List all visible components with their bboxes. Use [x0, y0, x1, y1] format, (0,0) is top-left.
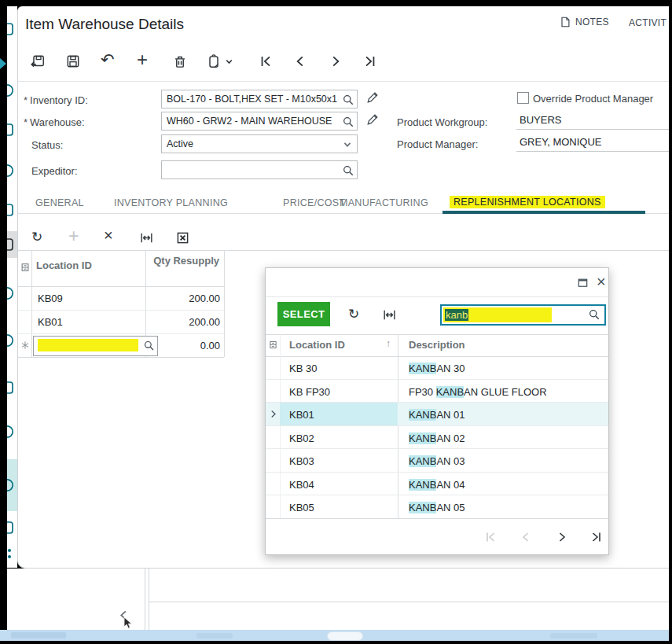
taskbar-item[interactable]: [327, 631, 363, 641]
cell-location-id: KB05: [289, 502, 314, 513]
grid-fit-width-button[interactable]: [139, 230, 154, 245]
sidebar-icon[interactable]: [7, 379, 17, 396]
dialog-refresh-button[interactable]: ↻: [348, 306, 359, 322]
expeditor-input[interactable]: [161, 160, 358, 179]
sidebar-flag-icon: [0, 58, 6, 69]
sidebar-icon[interactable]: [7, 423, 17, 440]
taskbar[interactable]: [0, 630, 672, 641]
lookup-row[interactable]: KB05 KANBAN 05: [266, 495, 608, 519]
edit-inventory-button[interactable]: [365, 90, 380, 105]
taskbar-item[interactable]: [550, 633, 597, 638]
taskbar-item[interactable]: [11, 632, 66, 638]
override-product-manager-checkbox[interactable]: [517, 92, 529, 104]
sidebar-icon[interactable]: [7, 477, 17, 494]
add-icon: +: [137, 49, 148, 70]
page-prev-button[interactable]: [519, 530, 533, 544]
sidebar-icon[interactable]: [7, 236, 17, 253]
edit-icon: [365, 90, 380, 105]
dialog-fit-width-button[interactable]: [382, 307, 397, 322]
refresh-icon: ↻: [31, 230, 42, 245]
copy-paste-button[interactable]: [206, 53, 233, 69]
maximize-button[interactable]: [576, 276, 589, 289]
last-record-button[interactable]: [362, 53, 378, 69]
lookup-row[interactable]: KB03 KANBAN 03: [266, 449, 608, 473]
edit-warehouse-button[interactable]: [365, 112, 380, 127]
page-next-button[interactable]: [555, 530, 569, 544]
sidebar-more-icon[interactable]: [8, 549, 11, 552]
grid-border: [18, 250, 669, 251]
first-record-button[interactable]: [258, 53, 274, 69]
prev-record-button[interactable]: [292, 53, 308, 69]
notes-button[interactable]: NOTES: [559, 16, 609, 28]
column-header-description[interactable]: Description: [409, 339, 465, 351]
undo-button[interactable]: ↶: [101, 50, 115, 70]
collapse-panel-button[interactable]: [117, 609, 130, 622]
dialog-search-input[interactable]: kanb: [440, 304, 606, 326]
lookup-row[interactable]: KB 30 KANBAN 30: [266, 356, 608, 380]
tab-replenishment-locations[interactable]: REPLENISHMENT LOCATIONS: [450, 196, 605, 208]
location-id-editor[interactable]: [33, 336, 158, 356]
column-header-location-id[interactable]: Location ID: [289, 339, 345, 351]
sidebar-icon[interactable]: [7, 20, 17, 38]
dialog-titlebar[interactable]: [266, 268, 608, 297]
table-row[interactable]: KB09 200.00: [18, 286, 224, 310]
sidebar-icon[interactable]: [7, 332, 17, 349]
frame-border: [0, 641, 672, 644]
lookup-row-selected[interactable]: KB01 KANBAN 01: [266, 403, 608, 426]
status-dropdown[interactable]: Active: [161, 134, 358, 153]
taskbar-item[interactable]: [196, 633, 233, 638]
lookup-row[interactable]: KB02 KANBAN 02: [266, 426, 608, 450]
save-close-button[interactable]: [30, 53, 46, 69]
sidebar-icon[interactable]: [7, 162, 17, 179]
grid-settings-button[interactable]: [268, 340, 278, 350]
lookup-row[interactable]: KB04 KANBAN 04: [266, 473, 608, 496]
select-button[interactable]: SELECT: [277, 302, 330, 326]
row-pointer-icon: [268, 409, 278, 419]
cell-description: KANBAN 02: [409, 432, 465, 444]
grid-border: [266, 518, 608, 519]
search-match-highlight: KANB: [409, 455, 436, 467]
tab-price-cost[interactable]: PRICE/COST: [283, 197, 345, 208]
notes-label: NOTES: [575, 17, 609, 28]
grid-add-row-button[interactable]: +: [68, 226, 79, 247]
grid-export-excel-button[interactable]: [175, 230, 190, 245]
search-match-highlight: KANB: [409, 362, 436, 374]
grid-new-row[interactable]: 0.00: [18, 333, 224, 357]
expeditor-label: Expeditor:: [31, 165, 78, 177]
next-record-button[interactable]: [328, 53, 343, 69]
search-icon[interactable]: [342, 116, 354, 128]
panel-divider: [149, 602, 669, 602]
sidebar-icon[interactable]: [7, 82, 17, 99]
inventory-id-input[interactable]: BOL-170 - BOLT,HEX SET - M10x50x1: [161, 90, 358, 109]
delete-record-button[interactable]: [172, 53, 188, 69]
tab-manufacturing[interactable]: MANUFACTURING: [340, 197, 428, 208]
page-first-button[interactable]: [483, 530, 498, 544]
page-last-button[interactable]: [589, 530, 604, 544]
product-manager-label: Product Manager:: [397, 138, 478, 150]
annotation-highlight: [38, 339, 138, 351]
chevron-down-icon: [225, 57, 233, 66]
grid-delete-row-button[interactable]: ×: [104, 226, 113, 245]
sidebar-icon[interactable]: [7, 285, 17, 302]
column-header-qty-resupply[interactable]: Qty Resupply: [145, 254, 219, 267]
add-record-button[interactable]: +: [137, 49, 148, 71]
table-row[interactable]: KB01 200.00: [18, 310, 224, 333]
warehouse-input[interactable]: WH60 - GRW2 - MAIN WAREHOUSE: [161, 112, 358, 131]
lookup-row[interactable]: KB FP30 FP30 KANBAN GLUE FLOOR: [266, 380, 608, 403]
search-icon[interactable]: [342, 164, 354, 177]
frame-border: [669, 0, 672, 644]
column-header-location-id[interactable]: Location ID: [36, 259, 92, 271]
tab-inventory-planning[interactable]: INVENTORY PLANNING: [114, 197, 228, 208]
sidebar-icon[interactable]: [7, 201, 17, 219]
sidebar-icon[interactable]: [7, 121, 17, 138]
close-button[interactable]: ×: [597, 272, 606, 291]
grid-settings-button[interactable]: [20, 262, 31, 273]
search-icon[interactable]: [342, 94, 354, 106]
sidebar-icon[interactable]: [7, 519, 17, 536]
save-button[interactable]: [65, 53, 81, 69]
activities-button[interactable]: ACTIVIT: [629, 17, 669, 28]
tab-general[interactable]: GENERAL: [35, 197, 84, 208]
grid-refresh-button[interactable]: ↻: [31, 229, 42, 245]
product-workgroup-value: BUYERS: [516, 112, 672, 130]
search-icon[interactable]: [588, 308, 600, 321]
